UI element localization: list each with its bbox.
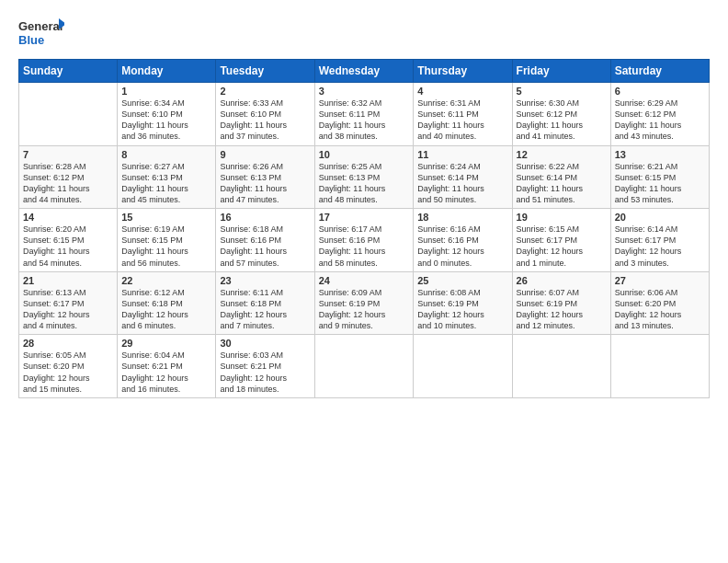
svg-text:Blue: Blue — [18, 33, 44, 47]
day-info: Sunrise: 6:16 AMSunset: 6:16 PMDaylight:… — [417, 224, 507, 269]
day-number: 1 — [121, 86, 211, 97]
calendar-cell: 5Sunrise: 6:30 AMSunset: 6:12 PMDaylight… — [512, 83, 610, 146]
calendar-cell: 21Sunrise: 6:13 AMSunset: 6:17 PMDayligh… — [19, 271, 118, 335]
day-number: 18 — [417, 212, 507, 223]
day-info: Sunrise: 6:07 AMSunset: 6:19 PMDaylight:… — [517, 287, 607, 332]
day-info: Sunrise: 6:04 AMSunset: 6:21 PMDaylight:… — [121, 350, 211, 395]
calendar-week-row: 7Sunrise: 6:28 AMSunset: 6:12 PMDaylight… — [19, 145, 710, 209]
svg-text:General: General — [18, 19, 63, 33]
day-number: 27 — [615, 275, 705, 286]
day-number: 3 — [319, 86, 410, 97]
day-number: 7 — [23, 149, 113, 160]
day-number: 13 — [615, 149, 705, 160]
calendar-cell: 3Sunrise: 6:32 AMSunset: 6:11 PMDaylight… — [314, 83, 414, 146]
day-info: Sunrise: 6:19 AMSunset: 6:15 PMDaylight:… — [121, 224, 211, 269]
day-info: Sunrise: 6:06 AMSunset: 6:20 PMDaylight:… — [615, 287, 705, 332]
calendar-cell: 4Sunrise: 6:31 AMSunset: 6:11 PMDaylight… — [414, 83, 512, 146]
day-number: 5 — [517, 86, 607, 97]
day-number: 6 — [615, 86, 705, 97]
calendar-cell — [610, 335, 709, 398]
day-number: 4 — [417, 86, 507, 97]
weekday-header-cell: Wednesday — [314, 60, 414, 83]
day-info: Sunrise: 6:33 AMSunset: 6:10 PMDaylight:… — [220, 98, 310, 143]
day-info: Sunrise: 6:12 AMSunset: 6:18 PMDaylight:… — [121, 287, 211, 332]
day-info: Sunrise: 6:17 AMSunset: 6:16 PMDaylight:… — [319, 224, 410, 269]
day-number: 26 — [517, 275, 607, 286]
day-number: 28 — [23, 338, 113, 349]
calendar-cell — [314, 335, 414, 398]
day-info: Sunrise: 6:03 AMSunset: 6:21 PMDaylight:… — [220, 350, 310, 395]
calendar-cell: 7Sunrise: 6:28 AMSunset: 6:12 PMDaylight… — [19, 145, 118, 209]
weekday-header-cell: Sunday — [19, 60, 118, 83]
calendar-week-row: 21Sunrise: 6:13 AMSunset: 6:17 PMDayligh… — [19, 271, 710, 335]
day-info: Sunrise: 6:31 AMSunset: 6:11 PMDaylight:… — [417, 98, 507, 143]
day-info: Sunrise: 6:32 AMSunset: 6:11 PMDaylight:… — [319, 98, 410, 143]
calendar-week-row: 1Sunrise: 6:34 AMSunset: 6:10 PMDaylight… — [19, 83, 710, 146]
calendar-cell: 18Sunrise: 6:16 AMSunset: 6:16 PMDayligh… — [414, 209, 512, 272]
calendar-cell: 30Sunrise: 6:03 AMSunset: 6:21 PMDayligh… — [216, 335, 314, 398]
calendar-cell: 19Sunrise: 6:15 AMSunset: 6:17 PMDayligh… — [512, 209, 610, 272]
day-number: 25 — [417, 275, 507, 286]
day-info: Sunrise: 6:24 AMSunset: 6:14 PMDaylight:… — [417, 161, 507, 206]
calendar-body: 1Sunrise: 6:34 AMSunset: 6:10 PMDaylight… — [19, 83, 710, 398]
calendar-cell: 1Sunrise: 6:34 AMSunset: 6:10 PMDaylight… — [118, 83, 216, 146]
calendar-cell: 26Sunrise: 6:07 AMSunset: 6:19 PMDayligh… — [512, 271, 610, 335]
calendar-cell: 11Sunrise: 6:24 AMSunset: 6:14 PMDayligh… — [414, 145, 512, 209]
calendar-cell: 29Sunrise: 6:04 AMSunset: 6:21 PMDayligh… — [118, 335, 216, 398]
day-info: Sunrise: 6:15 AMSunset: 6:17 PMDaylight:… — [517, 224, 607, 269]
calendar-cell: 8Sunrise: 6:27 AMSunset: 6:13 PMDaylight… — [118, 145, 216, 209]
calendar-cell: 24Sunrise: 6:09 AMSunset: 6:19 PMDayligh… — [314, 271, 414, 335]
day-info: Sunrise: 6:28 AMSunset: 6:12 PMDaylight:… — [23, 161, 113, 206]
day-info: Sunrise: 6:18 AMSunset: 6:16 PMDaylight:… — [220, 224, 310, 269]
day-number: 11 — [417, 149, 507, 160]
calendar-cell: 28Sunrise: 6:05 AMSunset: 6:20 PMDayligh… — [19, 335, 118, 398]
calendar-cell — [19, 83, 118, 146]
calendar-page: General Blue SundayMondayTuesdayWednesda… — [0, 0, 728, 563]
day-number: 14 — [23, 212, 113, 223]
calendar-cell: 15Sunrise: 6:19 AMSunset: 6:15 PMDayligh… — [118, 209, 216, 272]
weekday-header-cell: Saturday — [610, 60, 709, 83]
day-info: Sunrise: 6:20 AMSunset: 6:15 PMDaylight:… — [23, 224, 113, 269]
day-number: 22 — [121, 275, 211, 286]
weekday-header-cell: Monday — [118, 60, 216, 83]
day-info: Sunrise: 6:22 AMSunset: 6:14 PMDaylight:… — [517, 161, 607, 206]
day-number: 29 — [121, 338, 211, 349]
day-info: Sunrise: 6:30 AMSunset: 6:12 PMDaylight:… — [517, 98, 607, 143]
calendar-cell: 23Sunrise: 6:11 AMSunset: 6:18 PMDayligh… — [216, 271, 314, 335]
calendar-cell — [414, 335, 512, 398]
calendar-week-row: 28Sunrise: 6:05 AMSunset: 6:20 PMDayligh… — [19, 335, 710, 398]
day-number: 15 — [121, 212, 211, 223]
header: General Blue — [18, 17, 710, 50]
day-info: Sunrise: 6:14 AMSunset: 6:17 PMDaylight:… — [615, 224, 705, 269]
calendar-cell: 25Sunrise: 6:08 AMSunset: 6:19 PMDayligh… — [414, 271, 512, 335]
calendar-cell: 6Sunrise: 6:29 AMSunset: 6:12 PMDaylight… — [610, 83, 709, 146]
weekday-header-cell: Thursday — [414, 60, 512, 83]
day-info: Sunrise: 6:13 AMSunset: 6:17 PMDaylight:… — [23, 287, 113, 332]
day-number: 12 — [517, 149, 607, 160]
day-number: 10 — [319, 149, 410, 160]
day-info: Sunrise: 6:21 AMSunset: 6:15 PMDaylight:… — [615, 161, 705, 206]
calendar-cell: 14Sunrise: 6:20 AMSunset: 6:15 PMDayligh… — [19, 209, 118, 272]
weekday-header-row: SundayMondayTuesdayWednesdayThursdayFrid… — [19, 60, 710, 83]
calendar-week-row: 14Sunrise: 6:20 AMSunset: 6:15 PMDayligh… — [19, 209, 710, 272]
calendar-cell — [512, 335, 610, 398]
day-number: 20 — [615, 212, 705, 223]
calendar-cell: 17Sunrise: 6:17 AMSunset: 6:16 PMDayligh… — [314, 209, 414, 272]
day-info: Sunrise: 6:08 AMSunset: 6:19 PMDaylight:… — [417, 287, 507, 332]
calendar-table: SundayMondayTuesdayWednesdayThursdayFrid… — [18, 59, 710, 398]
calendar-cell: 27Sunrise: 6:06 AMSunset: 6:20 PMDayligh… — [610, 271, 709, 335]
logo: General Blue — [18, 17, 64, 50]
day-info: Sunrise: 6:09 AMSunset: 6:19 PMDaylight:… — [319, 287, 410, 332]
day-number: 2 — [220, 86, 310, 97]
day-info: Sunrise: 6:26 AMSunset: 6:13 PMDaylight:… — [220, 161, 310, 206]
calendar-cell: 12Sunrise: 6:22 AMSunset: 6:14 PMDayligh… — [512, 145, 610, 209]
day-number: 24 — [319, 275, 410, 286]
calendar-cell: 13Sunrise: 6:21 AMSunset: 6:15 PMDayligh… — [610, 145, 709, 209]
weekday-header-cell: Tuesday — [216, 60, 314, 83]
calendar-cell: 10Sunrise: 6:25 AMSunset: 6:13 PMDayligh… — [314, 145, 414, 209]
calendar-cell: 20Sunrise: 6:14 AMSunset: 6:17 PMDayligh… — [610, 209, 709, 272]
calendar-cell: 16Sunrise: 6:18 AMSunset: 6:16 PMDayligh… — [216, 209, 314, 272]
day-info: Sunrise: 6:27 AMSunset: 6:13 PMDaylight:… — [121, 161, 211, 206]
weekday-header-cell: Friday — [512, 60, 610, 83]
day-number: 17 — [319, 212, 410, 223]
